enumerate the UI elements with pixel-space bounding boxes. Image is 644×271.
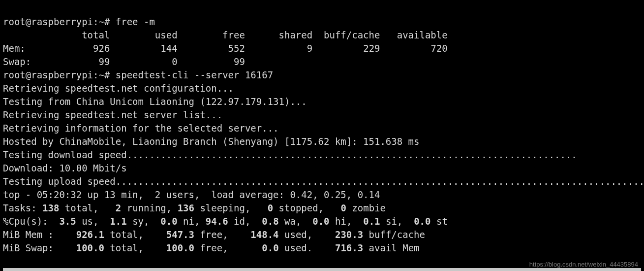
speedtest-line: Retrieving speedtest.net configuration..… (3, 83, 234, 94)
speedtest-line: Retrieving information for the selected … (3, 123, 279, 134)
prompt: root@raspberrypi:~# free -m (3, 16, 155, 27)
speedtest-line: Testing from China Unicom Liaoning (122.… (3, 96, 307, 107)
speedtest-line: Retrieving speedtest.net server list... (3, 109, 222, 120)
speedtest-download: Download: 10.00 Mbit/s (3, 163, 127, 173)
top-mem-line: MiB Mem : 926.1 total, 547.3 free, 148.4… (3, 229, 425, 240)
free-mem-row: Mem: 926 144 552 9 229 720 (3, 43, 448, 54)
free-swap-row: Swap: 99 0 99 (3, 56, 245, 67)
top-process-header: PID USER PR NI VIRT RES SHR S %CPU %MEM … (3, 268, 641, 271)
top-tasks-line: Tasks: 138 total, 2 running, 136 sleepin… (3, 203, 386, 213)
top-summary-line: top - 05:20:32 up 13 min, 2 users, load … (3, 189, 380, 200)
command-free: free -m (116, 16, 155, 27)
prompt: root@raspberrypi:~# speedtest-cli --serv… (3, 69, 273, 80)
top-swap-line: MiB Swap: 100.0 total, 100.0 free, 0.0 u… (3, 242, 420, 253)
terminal-output[interactable]: root@raspberrypi:~# free -m total used f… (0, 0, 644, 271)
speedtest-line: Testing upload speed....................… (3, 176, 644, 187)
command-speedtest: speedtest-cli --server 16167 (116, 69, 273, 80)
speedtest-line: Testing download speed..................… (3, 149, 577, 160)
speedtest-line: Hosted by ChinaMobile, Liaoning Branch (… (3, 136, 419, 147)
top-cpu-line: %Cpu(s): 3.5 us, 1.1 sy, 0.0 ni, 94.6 id… (3, 216, 448, 227)
free-header: total used free shared buff/cache availa… (3, 30, 448, 40)
